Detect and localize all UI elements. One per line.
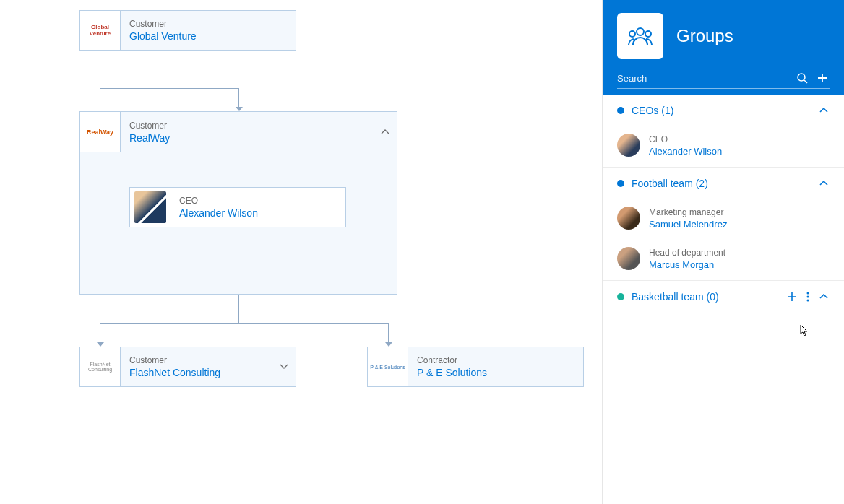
- chevron-up-icon[interactable]: [818, 105, 830, 116]
- connector: [238, 295, 239, 323]
- person-card-ceo[interactable]: CEO Alexander Wilson: [129, 187, 346, 227]
- collapse-icon[interactable]: [381, 128, 389, 136]
- avatar: [130, 188, 171, 227]
- group-add-member-icon[interactable]: [786, 291, 798, 303]
- chevron-up-icon[interactable]: [818, 291, 830, 303]
- group: Basketball team (0): [603, 281, 844, 313]
- group: CEOs (1)CEOAlexander Wilson: [603, 95, 844, 168]
- group-more-icon[interactable]: [802, 291, 814, 303]
- node-global-venture[interactable]: Global Venture Customer Global Venture: [79, 10, 296, 51]
- node-title: RealWay: [129, 132, 388, 144]
- connector: [100, 51, 100, 88]
- org-canvas[interactable]: Global Venture Customer Global Venture R…: [0, 0, 602, 504]
- group-dot-icon: [617, 107, 624, 114]
- sidebar-title: Groups: [676, 26, 733, 46]
- svg-point-2: [645, 31, 651, 37]
- expand-icon[interactable]: [280, 362, 288, 371]
- person-name: Alexander Wilson: [179, 207, 337, 219]
- logo-realway: RealWay: [80, 112, 121, 152]
- group-header[interactable]: Basketball team (0): [603, 281, 844, 313]
- avatar: [617, 247, 640, 270]
- member-role: Marketing manager: [649, 207, 727, 217]
- node-title: P & E Solutions: [417, 367, 574, 378]
- node-realway-container[interactable]: RealWay Customer RealWay CEO Alexander W…: [79, 111, 397, 295]
- search-icon[interactable]: [795, 71, 809, 85]
- app-root: Global Venture Customer Global Venture R…: [0, 0, 844, 504]
- group-label: Basketball team (0): [632, 291, 786, 303]
- member-role: CEO: [649, 134, 722, 144]
- node-title: FlashNet Consulting: [129, 367, 287, 378]
- connector: [100, 88, 239, 89]
- svg-point-4: [807, 292, 809, 295]
- node-flashnet[interactable]: FlashNet Consulting Customer FlashNet Co…: [79, 347, 296, 387]
- logo-pe-solutions: P & E Solutions: [368, 347, 408, 386]
- logo-global-venture: Global Venture: [80, 11, 121, 50]
- node-pe-solutions[interactable]: P & E Solutions Contractor P & E Solutio…: [367, 347, 584, 387]
- node-title: Global Venture: [129, 30, 287, 42]
- svg-point-5: [807, 296, 809, 298]
- group-dot-icon: [617, 293, 624, 300]
- member-name: Alexander Wilson: [649, 146, 722, 157]
- member-name: Samuel Melendrez: [649, 219, 727, 230]
- group-member[interactable]: CEOAlexander Wilson: [603, 126, 844, 167]
- group-label: CEOs (1): [632, 105, 818, 116]
- groups-list: CEOs (1)CEOAlexander WilsonFootball team…: [603, 95, 844, 504]
- chevron-up-icon[interactable]: [818, 178, 830, 189]
- search-input[interactable]: [617, 73, 789, 84]
- node-type: Customer: [129, 19, 287, 29]
- node-type: Customer: [129, 121, 388, 131]
- avatar: [617, 207, 640, 230]
- person-role: CEO: [179, 196, 337, 206]
- logo-flashnet: FlashNet Consulting: [80, 347, 121, 386]
- svg-point-1: [629, 31, 635, 37]
- groups-sidebar: Groups CEOs (1)CEOAlexander WilsonFootba…: [602, 0, 844, 504]
- node-type: Contractor: [417, 355, 574, 365]
- member-name: Marcus Morgan: [649, 259, 725, 270]
- sidebar-header: Groups: [603, 0, 844, 95]
- group-member[interactable]: Marketing managerSamuel Melendrez: [603, 199, 844, 240]
- connector: [100, 323, 389, 324]
- group-member[interactable]: Head of departmentMarcus Morgan: [603, 240, 844, 280]
- group-header[interactable]: Football team (2): [603, 168, 844, 199]
- member-role: Head of department: [649, 248, 725, 258]
- add-group-icon[interactable]: [815, 71, 830, 85]
- avatar: [617, 134, 640, 157]
- group-header[interactable]: CEOs (1): [603, 95, 844, 126]
- group-label: Football team (2): [632, 178, 818, 189]
- svg-point-6: [807, 300, 809, 302]
- svg-point-0: [637, 28, 644, 35]
- groups-icon: [617, 13, 663, 59]
- node-type: Customer: [129, 355, 287, 365]
- group: Football team (2)Marketing managerSamuel…: [603, 168, 844, 281]
- group-dot-icon: [617, 180, 624, 187]
- svg-point-3: [798, 74, 805, 81]
